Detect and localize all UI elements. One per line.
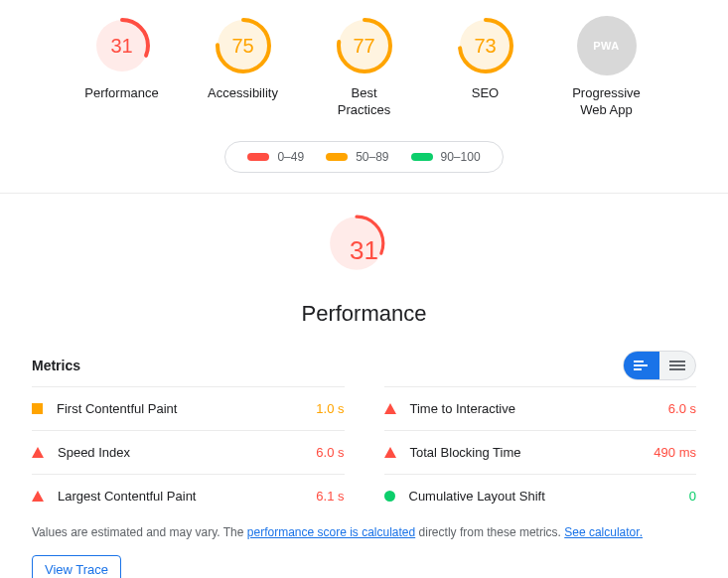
view-toggle-detailed[interactable] xyxy=(624,352,659,379)
triangle-icon xyxy=(384,403,396,414)
metric-row[interactable]: First Contentful Paint 1.0 s xyxy=(32,386,345,430)
legend-pass-swatch xyxy=(411,153,433,161)
square-icon xyxy=(32,403,43,414)
legend-pass: 90–100 xyxy=(411,150,481,164)
metric-row[interactable]: Total Blocking Time 490 ms xyxy=(384,430,697,474)
svg-rect-14 xyxy=(669,364,685,366)
metric-name: First Contentful Paint xyxy=(57,401,177,416)
gauge-label-accessibility: Accessibility xyxy=(208,85,278,102)
legend-pass-label: 90–100 xyxy=(441,150,481,164)
metric-name: Speed Index xyxy=(58,445,130,460)
legend-fail-swatch xyxy=(247,153,269,161)
gauge-best-practices[interactable]: 77BestPractices xyxy=(320,16,409,119)
metrics-header: Metrics xyxy=(32,351,696,380)
svg-rect-10 xyxy=(634,361,644,362)
legend-fail: 0–49 xyxy=(247,150,304,164)
view-trace-button[interactable]: View Trace xyxy=(32,555,121,578)
category-gauges: 31Performance 75Accessibility 77BestPrac… xyxy=(0,0,728,127)
metric-name: Cumulative Layout Shift xyxy=(409,489,545,504)
gauge-ring-seo: 73 xyxy=(456,16,515,75)
metric-row[interactable]: Cumulative Layout Shift 0 xyxy=(384,474,697,517)
score-legend-container: 0–49 50–89 90–100 xyxy=(0,141,728,173)
gauge-ring-best-practices: 77 xyxy=(335,16,394,75)
footnote-pre: Values are estimated and may vary. The xyxy=(32,525,247,539)
legend-average-label: 50–89 xyxy=(356,150,388,164)
gauge-performance[interactable]: 31Performance xyxy=(77,16,167,119)
svg-rect-12 xyxy=(634,368,642,370)
metric-name: Time to Interactive xyxy=(410,401,515,416)
gauge-label-best-practices: BestPractices xyxy=(338,85,390,119)
legend-fail-label: 0–49 xyxy=(277,150,304,164)
gauge-label-seo: SEO xyxy=(472,85,499,102)
metrics-footnote: Values are estimated and may vary. The p… xyxy=(32,525,696,539)
list-lines-icon xyxy=(669,360,685,371)
circle-icon xyxy=(384,491,395,502)
metric-row[interactable]: Largest Contentful Paint 6.1 s xyxy=(32,474,345,517)
performance-title: Performance xyxy=(302,301,427,327)
metric-row[interactable]: Time to Interactive 6.0 s xyxy=(384,386,697,430)
footnote-link-calculator[interactable]: See calculator. xyxy=(564,525,643,539)
gauge-ring-performance: 31 xyxy=(92,16,152,75)
gauge-seo[interactable]: 73SEO xyxy=(441,16,530,119)
footnote-mid: directly from these metrics. xyxy=(415,525,564,539)
gauge-pwa[interactable]: PWAProgressiveWeb App xyxy=(562,16,652,119)
gauge-label-performance: Performance xyxy=(84,85,158,102)
gauge-accessibility[interactable]: 75Accessibility xyxy=(199,16,288,119)
svg-rect-11 xyxy=(634,364,648,366)
legend-average-swatch xyxy=(326,153,348,161)
performance-gauge: 31 xyxy=(327,214,402,289)
triangle-icon xyxy=(32,447,44,458)
score-legend: 0–49 50–89 90–100 xyxy=(224,141,503,173)
metric-name: Largest Contentful Paint xyxy=(58,489,196,504)
svg-rect-13 xyxy=(669,361,685,362)
triangle-icon xyxy=(384,447,396,458)
footnote-link-calculation[interactable]: performance score is calculated xyxy=(247,525,415,539)
metric-value: 0 xyxy=(689,489,696,504)
metric-value: 6.0 s xyxy=(668,401,696,416)
metric-value: 6.0 s xyxy=(316,445,344,460)
metrics-view-toggle xyxy=(623,351,696,380)
pwa-badge-icon: PWA xyxy=(577,16,637,75)
gauge-label-pwa: ProgressiveWeb App xyxy=(572,85,641,119)
view-toggle-compact[interactable] xyxy=(659,352,695,379)
performance-header: 31 Performance xyxy=(32,214,696,327)
legend-average: 50–89 xyxy=(326,150,388,164)
metric-name: Total Blocking Time xyxy=(410,445,521,460)
svg-rect-15 xyxy=(669,368,685,370)
triangle-icon xyxy=(32,491,44,502)
metrics-heading: Metrics xyxy=(32,358,80,373)
metric-row[interactable]: Speed Index 6.0 s xyxy=(32,430,345,474)
metric-value: 490 ms xyxy=(654,445,696,460)
metric-value: 6.1 s xyxy=(316,489,344,504)
list-left-icon xyxy=(634,360,650,371)
gauge-ring-accessibility: 75 xyxy=(214,16,273,75)
metrics-grid: First Contentful Paint 1.0 sTime to Inte… xyxy=(32,386,696,517)
metric-value: 1.0 s xyxy=(316,401,344,416)
performance-section: 31 Performance Metrics First Contentful xyxy=(0,194,728,578)
